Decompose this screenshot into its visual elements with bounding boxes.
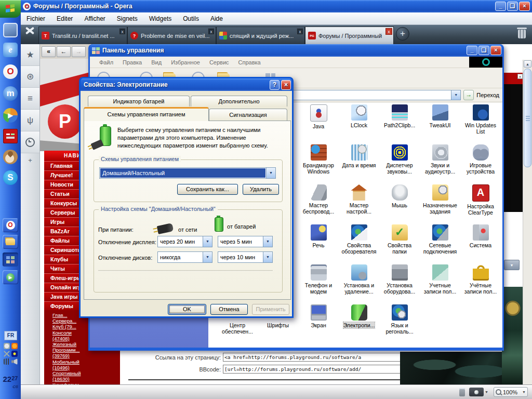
control-panel-item[interactable]: Свойства папки — [379, 224, 420, 264]
tray-back-icon[interactable] — [4, 343, 10, 349]
control-panel-item[interactable]: Система — [460, 224, 501, 264]
tray-signal-icon[interactable] — [4, 358, 10, 365]
taskbar-opera-button[interactable]: O — [3, 218, 18, 232]
control-panel-item[interactable]: TweakUI — [420, 104, 460, 144]
quick-launch-icon[interactable]: m — [3, 86, 18, 101]
cp-close-button[interactable]: × — [490, 46, 501, 55]
history-clock-icon[interactable] — [21, 131, 39, 153]
forum-link[interactable]: (10496) — [52, 365, 120, 370]
scissors-icon[interactable] — [21, 25, 38, 44]
control-panel-item[interactable]: Телефон и модем — [298, 264, 339, 304]
ad-close-icon[interactable]: x — [517, 74, 523, 79]
tab-close-icon[interactable]: x — [385, 28, 392, 35]
tab-power-schemes[interactable]: Схемы управления питанием — [84, 107, 209, 121]
control-panel-item[interactable]: Учетные записи пол... — [420, 264, 460, 304]
ok-button[interactable]: OK — [168, 304, 206, 315]
playground-logo[interactable]: P — [48, 104, 82, 139]
battery-timeout-combo[interactable]: через 10 мин ▼ — [218, 251, 273, 263]
control-panel-item[interactable]: Учётные записи пол... — [460, 264, 501, 304]
new-tab-button[interactable]: + — [396, 27, 409, 41]
control-panel-item[interactable]: Диспетчер звуковы... — [379, 144, 420, 184]
control-panel-item[interactable]: LClock — [339, 104, 379, 144]
control-panel-item[interactable]: Свойства обозревателя — [339, 224, 379, 264]
quick-launch-icon[interactable]: ▶ — [3, 108, 18, 123]
control-panel-item[interactable]: Java — [298, 104, 339, 144]
dialog-titlebar[interactable]: Свойства: Электропитание ? × — [81, 78, 292, 91]
cancel-button[interactable]: Отмена — [210, 304, 248, 315]
scheme-combo[interactable]: Домашний/Настольный ▼ — [99, 167, 276, 179]
menu-item[interactable]: Editer — [51, 15, 78, 22]
control-panel-item[interactable]: Установка оборудова... — [379, 264, 420, 304]
notes-icon[interactable]: ≡ — [21, 88, 39, 110]
cp-menu-item[interactable]: Правка — [118, 59, 147, 65]
quick-launch-icon[interactable]: O — [3, 64, 18, 79]
control-panel-item[interactable]: Назначенные задания — [420, 184, 460, 224]
control-panel-item[interactable]: Мышь — [379, 184, 420, 224]
forum-link[interactable]: Мобильный — [52, 359, 120, 365]
taskbar-media-player-button[interactable]: ▶ — [3, 270, 18, 284]
cp-menu-item[interactable]: Избранное — [166, 59, 205, 65]
delete-button[interactable]: Удалить — [243, 184, 279, 195]
browser-tab[interactable]: T Translit.ru / translit.net ... x — [38, 26, 127, 44]
combo-arrow-icon[interactable]: ▼ — [266, 168, 275, 178]
control-panel-item[interactable]: Язык и регональ... — [379, 304, 420, 344]
control-panel-item[interactable]: Настройка ClearType — [460, 184, 501, 224]
cp-menu-item[interactable]: Справка — [234, 59, 265, 65]
control-panel-item[interactable]: Электропи... — [339, 304, 379, 344]
taskbar-folder-button[interactable] — [3, 235, 18, 249]
combo-arrow-icon[interactable]: ▼ — [203, 252, 212, 262]
control-panel-item[interactable]: Звуки и аудиоустр... — [420, 144, 460, 184]
opera-titlebar[interactable]: O Форумы / Программный - Opera _ ❑ × — [21, 0, 532, 12]
forum-link[interactable]: (39769) — [52, 353, 120, 358]
control-panel-item[interactable]: Игровые устройства — [460, 144, 501, 184]
taskbar-clock[interactable]: 2227 Сб — [0, 375, 21, 390]
control-panel-item[interactable]: Экран — [298, 304, 339, 344]
menu-item[interactable]: Outils — [177, 15, 205, 22]
control-panel-item[interactable]: Установка и удаление... — [339, 264, 379, 304]
control-panel-item[interactable]: Дата и время — [339, 144, 379, 184]
tab-close-icon[interactable]: x — [119, 28, 126, 35]
page-scrollbar[interactable]: ▲ — [523, 60, 532, 384]
quick-launch-icon[interactable] — [3, 129, 18, 143]
restore-button[interactable]: ❑ — [507, 2, 518, 11]
page-combo-down-icon[interactable]: ▼ — [504, 260, 520, 270]
combo-arrow-icon[interactable]: ▼ — [263, 236, 272, 247]
ac-timeout-combo[interactable]: через 20 мин ▼ — [157, 236, 212, 247]
widgets-gear-icon[interactable]: ⊛ — [21, 66, 39, 88]
antenna-icon[interactable]: ψ — [21, 110, 39, 131]
combo-arrow-icon[interactable]: ▼ — [203, 236, 212, 247]
page-link-input[interactable] — [223, 353, 402, 362]
control-panel-item[interactable]: Мастер беспровод... — [298, 184, 339, 224]
cp-maximize-button[interactable]: ❑ — [478, 46, 489, 55]
bbcode-input[interactable] — [223, 365, 402, 374]
device-icon[interactable] — [459, 388, 465, 396]
ac-timeout-combo[interactable]: никогда ▼ — [157, 251, 212, 263]
cp-menu-item[interactable]: Вид — [147, 59, 166, 65]
quick-launch-icon[interactable] — [3, 150, 18, 164]
taskbar-control-panel-button[interactable] — [3, 252, 18, 267]
battery-timeout-combo[interactable]: через 5 мин ▼ — [218, 236, 273, 247]
tray-orange-icon[interactable] — [11, 343, 18, 349]
tab-close-icon[interactable]: x — [208, 28, 215, 35]
forum-link[interactable]: (18630) — [52, 376, 120, 382]
tray-close-icon[interactable] — [4, 351, 10, 357]
tab-close-icon[interactable]: x — [297, 28, 303, 35]
menu-item[interactable]: Aide — [205, 15, 229, 22]
tab-alarms[interactable]: Сигнализация — [209, 109, 287, 121]
close-button[interactable]: × — [519, 2, 530, 11]
menu-item[interactable]: Afficher — [78, 15, 111, 22]
back-button[interactable]: ← — [57, 46, 71, 57]
control-panel-item[interactable]: Брандмауэр Windows — [298, 144, 339, 184]
tray-sound-manager-icon[interactable] — [11, 351, 18, 357]
save-as-button[interactable]: Сохранить как... — [177, 184, 238, 195]
language-indicator[interactable]: FR — [4, 331, 17, 340]
control-panel-item[interactable]: Речь — [298, 224, 339, 264]
control-panel-item[interactable]: Path2Clipb... — [379, 104, 420, 144]
fast-back-button[interactable]: « — [42, 46, 56, 57]
browser-tab[interactable]: ? Probleme de mise en veil... x — [127, 26, 216, 44]
forum-link[interactable]: Спортивный — [52, 370, 120, 376]
start-button[interactable] — [0, 0, 21, 18]
forward-button[interactable]: → — [72, 46, 86, 57]
cp-minimize-button[interactable]: _ — [467, 46, 477, 55]
camera-dropdown-icon[interactable]: ▼ — [485, 390, 488, 394]
